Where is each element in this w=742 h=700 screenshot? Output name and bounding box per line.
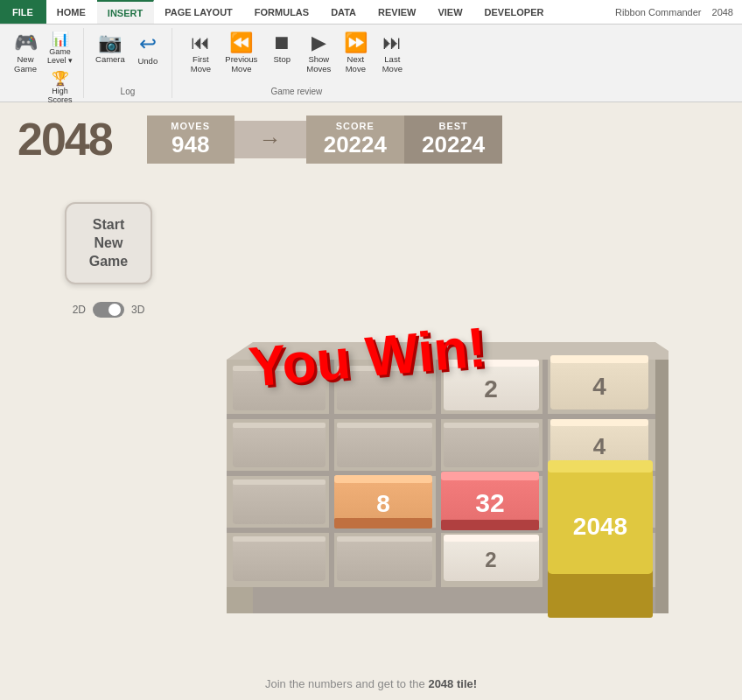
cell-1-2 — [444, 423, 539, 467]
camera-label: Camera — [95, 54, 125, 64]
cell-0-1 — [337, 366, 432, 410]
game-level-button[interactable]: 📊 GameLevel ▾ — [44, 30, 76, 67]
svg-rect-42 — [337, 536, 432, 542]
tab-page-layout[interactable]: PAGE LAYOUT — [154, 0, 244, 24]
svg-rect-20 — [444, 423, 539, 467]
tab-home[interactable]: HOME — [46, 0, 97, 24]
cell-1-1 — [337, 423, 432, 467]
svg-rect-14 — [550, 355, 648, 363]
tab-file[interactable]: FILE — [0, 0, 46, 24]
svg-rect-16 — [233, 423, 326, 467]
undo-label: Undo — [137, 56, 158, 66]
game-level-icon: 📊 — [52, 32, 69, 46]
start-new-game-button[interactable]: Start New Game — [65, 202, 152, 284]
first-move-icon: ⏮ — [191, 33, 210, 52]
3d-label: 3D — [131, 304, 144, 316]
first-move-button[interactable]: ⏮ FirstMove — [184, 30, 217, 77]
tab-view[interactable]: VIEW — [427, 0, 473, 24]
version-badge: 2048 — [712, 7, 733, 18]
tab-formulas[interactable]: FORMULAS — [244, 0, 320, 24]
cell-2-3-2048: 2048 — [548, 460, 653, 618]
moves-value: 948 — [164, 131, 217, 158]
camera-icon: 📷 — [98, 33, 122, 52]
show-moves-label: ShowMoves — [306, 54, 331, 74]
new-game-label: NewGame — [14, 54, 37, 74]
undo-button[interactable]: ↩ Undo — [131, 30, 164, 69]
svg-rect-9 — [337, 366, 432, 371]
2d-label: 2D — [73, 304, 86, 316]
best-label: BEST — [422, 121, 485, 131]
svg-rect-7 — [233, 366, 326, 371]
best-box: BEST 20224 — [404, 116, 502, 164]
2d-3d-toggle[interactable]: 2D 3D — [73, 302, 145, 318]
previous-move-icon: ⏪ — [229, 33, 253, 52]
stop-button[interactable]: ⏹ Stop — [265, 30, 298, 67]
svg-rect-19 — [337, 423, 432, 428]
score-box: SCORE 20224 — [306, 116, 404, 164]
last-move-button[interactable]: ⏭ LastMove — [375, 30, 409, 77]
new-game-button[interactable]: 🎮 NewGame — [9, 30, 42, 77]
stop-label: Stop — [274, 54, 291, 64]
high-scores-button[interactable]: 🏆 HighScores — [44, 69, 76, 107]
tab-review[interactable]: REVIEW — [368, 0, 427, 24]
show-moves-icon: ▶ — [312, 33, 326, 52]
svg-rect-32 — [441, 472, 539, 480]
game-title: 2048 — [18, 113, 112, 165]
previous-move-label: PreviousMove — [225, 54, 257, 74]
tab-developer[interactable]: DEVELOPER — [474, 0, 556, 24]
next-icon: ⏩ — [344, 33, 368, 52]
ribbon-group-log: 📷 Camera ↩ Undo Log — [88, 28, 172, 98]
camera-button[interactable]: 📷 Camera — [91, 30, 130, 67]
svg-rect-41 — [337, 536, 432, 581]
arrow-box: → — [234, 121, 306, 158]
footer-highlight: 2048 tile! — [428, 677, 477, 690]
ribbon-group-game-review: ⏮ FirstMove ⏪ PreviousMove ⏹ Stop ▶ Show… — [176, 28, 421, 98]
last-move-label: LastMove — [382, 54, 402, 74]
tab-data[interactable]: DATA — [320, 0, 368, 24]
svg-rect-25 — [233, 480, 326, 524]
svg-rect-28 — [334, 475, 432, 483]
cell-3-0 — [233, 536, 326, 581]
svg-text:4: 4 — [592, 373, 606, 400]
svg-rect-21 — [444, 423, 539, 428]
moves-label: MOVES — [164, 121, 217, 131]
tab-insert[interactable]: INSERT — [97, 0, 154, 24]
board-right-face — [655, 360, 668, 613]
svg-rect-18 — [337, 423, 432, 467]
game-review-group-label: Game review — [270, 85, 322, 96]
svg-rect-39 — [233, 536, 326, 581]
cell-0-2: 2 — [444, 360, 539, 410]
svg-rect-35 — [548, 570, 653, 618]
svg-rect-40 — [233, 536, 326, 542]
ribbon-commander-label: Ribbon Commander — [615, 7, 701, 18]
show-moves-button[interactable]: ▶ ShowMoves — [302, 30, 335, 77]
log-group-label: Log — [121, 85, 136, 96]
cell-1-3: 4 — [550, 419, 648, 467]
last-move-icon: ⏭ — [382, 33, 402, 52]
svg-rect-11 — [444, 360, 539, 367]
svg-rect-17 — [233, 423, 326, 428]
svg-rect-26 — [233, 480, 326, 485]
stop-icon: ⏹ — [272, 33, 291, 52]
game-board: You Win! — [178, 185, 686, 640]
cell-3-1 — [337, 536, 432, 581]
new-game-icon: 🎮 — [14, 33, 38, 52]
board-svg: 2 4 — [178, 185, 668, 631]
moves-box: MOVES 948 — [147, 116, 234, 164]
toggle-switch[interactable] — [93, 302, 124, 318]
game-level-label: GameLevel ▾ — [47, 47, 73, 65]
cell-2-2: 32 — [441, 472, 539, 530]
score-label: SCORE — [324, 121, 387, 131]
next-button[interactable]: ⏩ NextMove — [339, 30, 372, 77]
best-value: 20224 — [422, 131, 485, 158]
previous-move-button[interactable]: ⏪ PreviousMove — [220, 30, 262, 77]
cell-1-0 — [233, 423, 326, 467]
svg-rect-37 — [548, 460, 653, 472]
first-move-label: FirstMove — [191, 54, 211, 74]
ribbon-group-game: 🎮 NewGame 📊 GameLevel ▾ 🏆 HighScores — [5, 28, 84, 98]
next-label: NextMove — [346, 54, 366, 74]
undo-icon: ↩ — [139, 33, 157, 54]
high-scores-label: HighScores — [48, 87, 73, 104]
footer: Join the numbers and get to the 2048 til… — [0, 670, 742, 697]
cell-0-3: 4 — [550, 355, 648, 410]
